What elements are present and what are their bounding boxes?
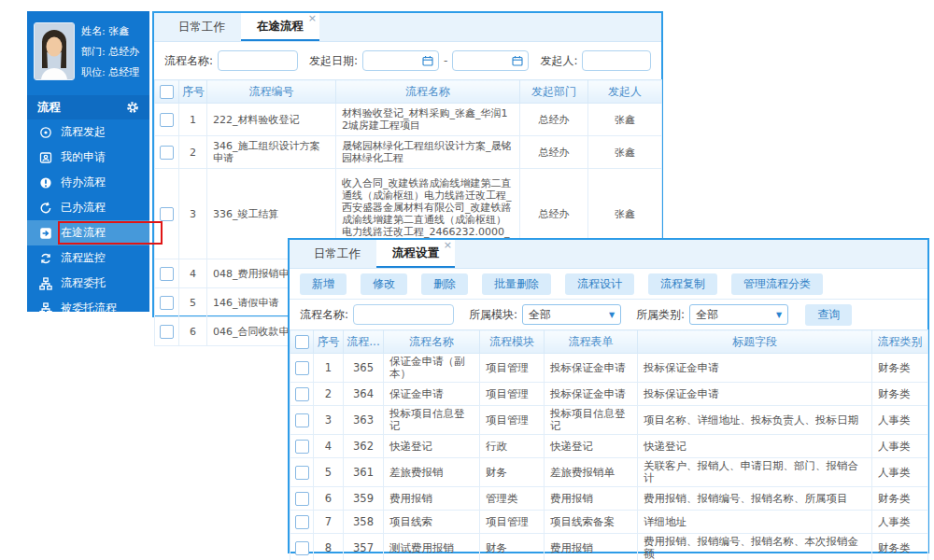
redo-icon bbox=[39, 202, 52, 215]
tab-in-transit-processes[interactable]: 在途流程 × bbox=[241, 13, 319, 41]
sidebar-item-label: 流程委托 bbox=[61, 275, 106, 291]
id-card-icon bbox=[39, 151, 52, 164]
cell-seq: 5 bbox=[179, 288, 207, 317]
column-header: 流程类别 bbox=[872, 330, 928, 354]
process-name-input[interactable] bbox=[353, 304, 454, 325]
row-checkbox[interactable] bbox=[295, 515, 309, 529]
sidebar-item-label: 在途流程 bbox=[61, 225, 106, 241]
sidebar-item-process-monitor[interactable]: 流程监控 bbox=[27, 245, 149, 271]
search-button[interactable]: 查询 bbox=[805, 304, 852, 326]
filter-bar: 流程名称: 所属模块: 全部 ▼ 所属类别: 全部 ▼ 查询 bbox=[290, 300, 927, 329]
row-checkbox[interactable] bbox=[160, 296, 174, 310]
cell-code: 363 bbox=[344, 406, 384, 435]
table-row: 7358项目线索项目管理项目线索备案详细地址人事类 bbox=[290, 511, 928, 534]
row-checkbox[interactable] bbox=[160, 267, 174, 281]
add-button[interactable]: 新增 bbox=[300, 273, 347, 295]
tab-daily-work[interactable]: 日常工作 bbox=[298, 240, 376, 268]
process-name-label: 流程名称: bbox=[164, 53, 213, 69]
user-title: 职位: 总经理 bbox=[81, 63, 139, 83]
cell-code: 362 bbox=[344, 435, 384, 458]
sidebar-item-done-processes[interactable]: 已办流程 bbox=[27, 195, 149, 220]
cell-category: 财务类 bbox=[872, 534, 928, 560]
cell-module: 行政 bbox=[480, 435, 545, 458]
sidebar-item-in-transit-processes[interactable]: 在途流程 bbox=[27, 220, 149, 245]
select-all-checkbox[interactable] bbox=[160, 85, 174, 99]
calendar-icon bbox=[512, 55, 523, 66]
tab-daily-work[interactable]: 日常工作 bbox=[163, 13, 241, 41]
row-checkbox[interactable] bbox=[160, 113, 174, 127]
cell-form: 投标保证金申请 bbox=[545, 354, 638, 383]
table-row: 6359费用报销管理类费用报销费用报销、报销编号、报销名称、所属项目财务类 bbox=[290, 487, 928, 511]
start-date-label: 发起日期: bbox=[309, 53, 358, 69]
sidebar-item-process-start[interactable]: 流程发起 bbox=[27, 119, 149, 145]
column-header: 流程模块 bbox=[480, 330, 545, 354]
delete-button[interactable]: 删除 bbox=[421, 273, 468, 295]
row-checkbox[interactable] bbox=[295, 387, 309, 401]
sitemap-icon bbox=[39, 302, 52, 315]
cell-code: 346_施工组织设计方案申请 bbox=[207, 136, 336, 169]
start-date-from-input[interactable] bbox=[362, 50, 439, 71]
category-select[interactable]: 全部 ▼ bbox=[689, 304, 788, 325]
column-header: 流程名称 bbox=[336, 80, 520, 104]
table-header-row: 序号 流程编号 流程名称 发起部门 发起人 bbox=[155, 80, 662, 104]
initiator-input[interactable] bbox=[582, 50, 651, 71]
process-design-button[interactable]: 流程设计 bbox=[565, 273, 634, 295]
table-header-row: 序号 流程... 流程名称 流程模块 流程表单 标题字段 流程类别 bbox=[290, 330, 928, 354]
sidebar-item-label: 我的申请 bbox=[61, 149, 106, 165]
row-checkbox[interactable] bbox=[295, 440, 309, 454]
tab-process-settings[interactable]: 流程设置 × bbox=[376, 240, 455, 268]
cell-seq: 3 bbox=[179, 169, 207, 259]
table-row: 3363投标项目信息登记项目管理投标项目信息登记项目名称、详细地址、投标负责人、… bbox=[290, 406, 928, 435]
close-icon[interactable]: × bbox=[308, 13, 317, 23]
cell-form: 投标项目信息登记 bbox=[545, 406, 638, 435]
cell-title_field: 投标保证金申请 bbox=[638, 383, 872, 406]
row-checkbox[interactable] bbox=[295, 541, 309, 555]
row-checkbox[interactable] bbox=[295, 361, 309, 375]
alert-icon bbox=[39, 176, 52, 189]
sidebar-item-todo-processes[interactable]: 待办流程 bbox=[27, 170, 149, 195]
process-name-input[interactable] bbox=[218, 50, 298, 71]
row-checkbox[interactable] bbox=[160, 325, 174, 339]
row-checkbox[interactable] bbox=[160, 207, 174, 221]
close-icon[interactable]: × bbox=[444, 240, 452, 250]
select-all-checkbox[interactable] bbox=[295, 335, 309, 349]
row-checkbox[interactable] bbox=[160, 146, 174, 160]
user-name: 姓名: 张鑫 bbox=[81, 21, 139, 42]
module-select[interactable]: 全部 ▼ bbox=[522, 304, 621, 325]
cell-module: 管理类 bbox=[480, 487, 545, 511]
cell-form: 费用报销 bbox=[545, 534, 638, 560]
table-row: 2346_施工组织设计方案申请晟铭园林绿化工程组织设计方案_晟铭园林绿化工程总经… bbox=[155, 136, 662, 169]
cell-category: 财务类 bbox=[872, 383, 928, 406]
category-label: 所属类别: bbox=[636, 307, 685, 323]
row-checkbox[interactable] bbox=[295, 492, 309, 506]
manage-process-category-button[interactable]: 管理流程分类 bbox=[731, 273, 823, 295]
cell-code: 364 bbox=[344, 383, 384, 406]
avatar bbox=[35, 23, 74, 79]
table-row: 8357测试费用报销财务费用报销费用报销、报销编号、报销名称、本次报销金额财务类 bbox=[290, 534, 928, 560]
sync-icon bbox=[39, 252, 52, 265]
process-copy-button[interactable]: 流程复制 bbox=[648, 273, 717, 295]
sidebar-item-delegated-processes[interactable]: 被委托流程 bbox=[27, 296, 149, 321]
cell-seq: 4 bbox=[314, 435, 344, 458]
cell-name: 保证金申请（副本） bbox=[384, 354, 480, 383]
sidebar-item-process-delegation[interactable]: 流程委托 bbox=[27, 271, 149, 296]
module-select-value: 全部 bbox=[529, 307, 551, 323]
cell-name: 差旅费报销 bbox=[384, 458, 480, 487]
row-checkbox[interactable] bbox=[295, 466, 309, 480]
row-checkbox[interactable] bbox=[295, 413, 309, 427]
cell-code: 361 bbox=[344, 458, 384, 487]
table-row: 2364保证金申请项目管理投标保证金申请投标保证金申请财务类 bbox=[290, 383, 928, 406]
batch-delete-button[interactable]: 批量删除 bbox=[482, 273, 551, 295]
sidebar-item-label: 流程发起 bbox=[61, 124, 106, 140]
settings-gear-icon[interactable] bbox=[126, 101, 139, 114]
table-row: 4362快递登记行政快递登记快递登记人事类 bbox=[290, 435, 928, 458]
column-header: 流程表单 bbox=[545, 330, 638, 354]
table-row: 5361差旅费报销财务差旅费报销单关联客户、报销人、申请日期、部门、报销合计人事… bbox=[290, 458, 928, 487]
cell-title_field: 项目名称、详细地址、投标负责人、投标日期 bbox=[638, 406, 872, 435]
edit-button[interactable]: 修改 bbox=[361, 273, 407, 295]
cell-form: 项目线索备案 bbox=[545, 511, 638, 534]
cell-form: 费用报销 bbox=[545, 487, 638, 511]
sidebar-item-label: 被委托流程 bbox=[61, 301, 117, 316]
start-date-to-input[interactable] bbox=[452, 50, 529, 71]
sidebar-item-my-applications[interactable]: 我的申请 bbox=[27, 145, 149, 170]
